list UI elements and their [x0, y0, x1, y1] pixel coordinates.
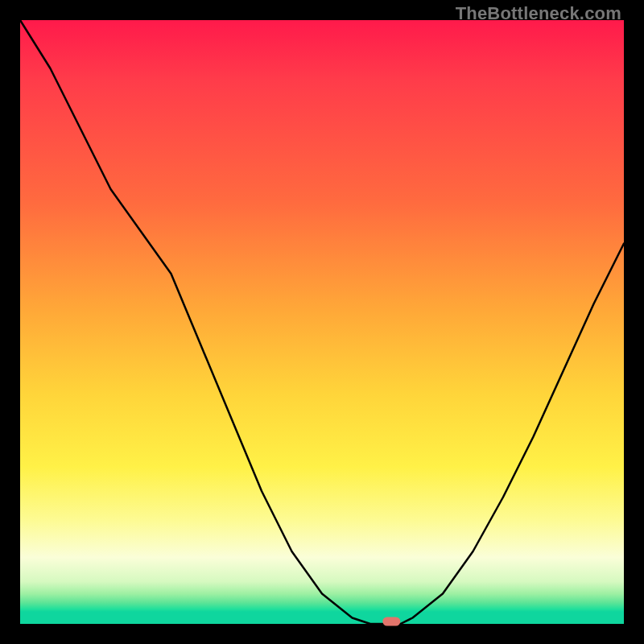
watermark-text: TheBottleneck.com	[456, 3, 621, 24]
chart-frame: TheBottleneck.com	[0, 0, 644, 644]
curve-path	[20, 20, 624, 624]
optimum-marker	[382, 617, 400, 626]
plot-area	[20, 20, 624, 624]
bottleneck-curve	[20, 20, 624, 624]
